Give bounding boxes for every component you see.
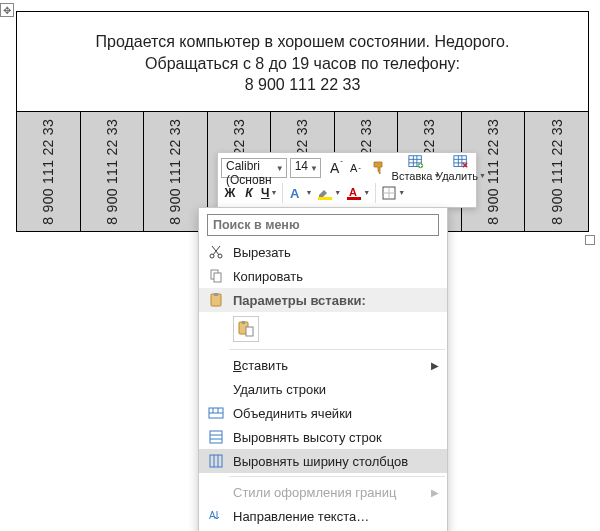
chevron-down-icon: ▼ <box>305 189 312 196</box>
font-name-combo[interactable]: Calibri (Основн ▼ <box>221 158 287 178</box>
svg-rect-12 <box>318 197 332 200</box>
paintbrush-icon <box>371 160 387 176</box>
advert-line-1: Продается компьютер в хорошем состоянии.… <box>23 31 582 53</box>
tearoff-phone: 8 900 111 22 33 <box>485 119 501 225</box>
svg-rect-31 <box>210 431 222 443</box>
menu-distribute-rows[interactable]: Выровнять высоту строк <box>199 425 447 449</box>
menu-border-styles[interactable]: Стили оформления границ ▶ <box>199 480 447 504</box>
table-insert-icon <box>408 154 424 170</box>
font-size-value: 14 <box>295 159 308 173</box>
highlight-button[interactable]: ▼ <box>315 183 343 203</box>
paste-options-zone <box>199 312 447 346</box>
merge-cells-icon <box>205 405 227 421</box>
distribute-rows-icon <box>205 429 227 445</box>
paste-keep-source-button[interactable] <box>233 316 259 342</box>
borders-button[interactable]: ▼ <box>379 183 407 203</box>
decrease-font-button[interactable]: Aˇ <box>346 158 364 178</box>
text-direction-icon: A <box>205 508 227 524</box>
chevron-right-icon: ▶ <box>431 487 439 498</box>
menu-distribute-columns[interactable]: Выровнять ширину столбцов <box>199 449 447 473</box>
font-color-icon: A <box>346 185 362 201</box>
separator <box>375 183 376 203</box>
advert-line-2: Обращаться с 8 до 19 часов по телефону: <box>23 53 582 75</box>
chevron-right-icon: ▶ <box>431 360 439 371</box>
menu-merge-cells[interactable]: Объединить ячейки <box>199 401 447 425</box>
tearoff-phone: 8 900 111 22 33 <box>104 119 120 225</box>
separator <box>229 349 445 350</box>
advert-text-cell[interactable]: Продается компьютер в хорошем состоянии.… <box>17 12 589 112</box>
menu-text-direction[interactable]: A Направление текста… <box>199 504 447 528</box>
menu-cut[interactable]: Вырезать <box>199 240 447 264</box>
separator <box>282 183 283 203</box>
svg-text:A: A <box>290 186 300 201</box>
chevron-down-icon: ▼ <box>363 189 370 196</box>
table-delete-icon <box>453 154 469 170</box>
svg-rect-34 <box>210 455 222 467</box>
mini-toolbar: Calibri (Основн ▼ 14 ▼ Aˆ Aˇ Вставка▼ <box>217 152 477 208</box>
bold-button[interactable]: Ж <box>221 183 239 203</box>
advert-phone: 8 900 111 22 33 <box>23 74 582 96</box>
chevron-down-icon: ▼ <box>270 189 277 196</box>
tearoff-phone: 8 900 111 22 33 <box>40 119 56 225</box>
clipboard-paste-icon <box>237 320 255 338</box>
tearoff-cell[interactable]: 8 900 111 22 33 <box>525 112 588 231</box>
context-menu: Вырезать Копировать Параметры вставки: В… <box>198 207 448 531</box>
table-move-handle[interactable]: ✥ <box>0 3 14 17</box>
table-resize-handle[interactable] <box>585 235 595 245</box>
menu-delete-rows[interactable]: Удалить строки <box>199 377 447 401</box>
chevron-down-icon: ▼ <box>334 189 341 196</box>
menu-copy[interactable]: Копировать <box>199 264 447 288</box>
text-effects-button[interactable]: A▼ <box>286 183 314 203</box>
menu-search-input[interactable] <box>207 214 439 236</box>
svg-rect-23 <box>214 293 218 296</box>
text-effects-icon: A <box>288 185 304 201</box>
svg-rect-26 <box>246 327 253 336</box>
tearoff-phone: 8 900 111 22 33 <box>167 119 183 225</box>
italic-button[interactable]: К <box>240 183 258 203</box>
delete-split-button[interactable]: Удалить▼ <box>439 148 483 188</box>
format-painter-button[interactable] <box>370 158 388 178</box>
tearoff-phone: 8 900 111 22 33 <box>549 119 565 225</box>
scissors-icon <box>205 244 227 260</box>
svg-text:A: A <box>349 186 357 198</box>
svg-rect-25 <box>242 321 245 324</box>
menu-insert[interactable]: Вставить ▶ <box>199 353 447 377</box>
chevron-down-icon: ▼ <box>398 189 405 196</box>
highlight-icon <box>317 185 333 201</box>
font-color-button[interactable]: A▼ <box>344 183 372 203</box>
menu-search <box>207 214 439 236</box>
svg-text:A: A <box>209 510 216 521</box>
clipboard-icon <box>205 292 227 308</box>
borders-icon <box>381 185 397 201</box>
font-size-combo[interactable]: 14 ▼ <box>290 158 321 178</box>
svg-rect-14 <box>347 197 361 200</box>
svg-rect-21 <box>214 273 221 282</box>
copy-icon <box>205 268 227 284</box>
chevron-down-icon: ▼ <box>310 163 318 172</box>
distribute-columns-icon <box>205 453 227 469</box>
underline-button[interactable]: Ч▼ <box>259 183 279 203</box>
chevron-down-icon: ▼ <box>479 172 486 179</box>
menu-paste-options-label: Параметры вставки: <box>199 288 447 312</box>
tearoff-cell[interactable]: 8 900 111 22 33 <box>81 112 144 231</box>
chevron-down-icon: ▼ <box>276 163 284 172</box>
tearoff-cell[interactable]: 8 900 111 22 33 <box>17 112 80 231</box>
insert-split-button[interactable]: Вставка▼ <box>394 148 438 188</box>
separator <box>229 476 445 477</box>
increase-font-button[interactable]: Aˆ <box>327 158 345 178</box>
